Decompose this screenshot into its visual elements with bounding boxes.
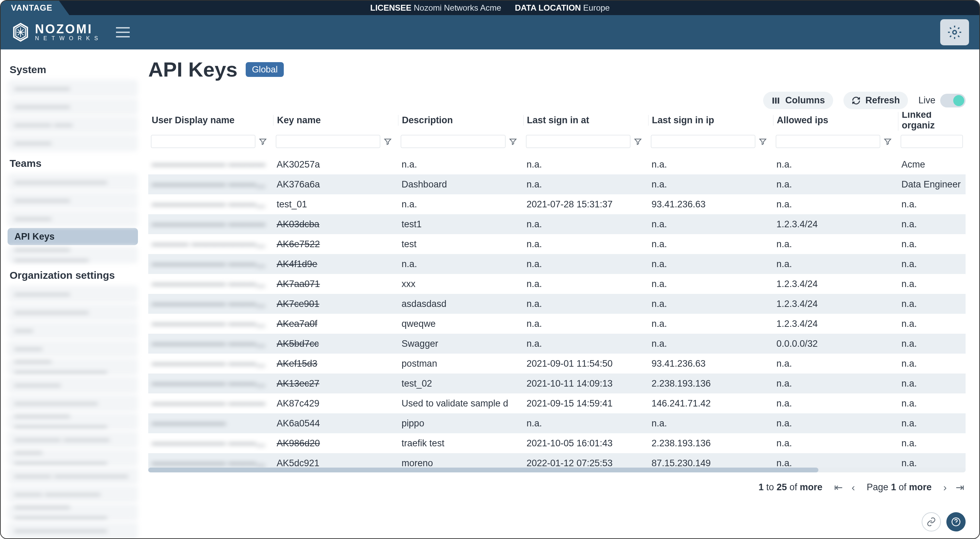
sidebar-item-blurred[interactable]: —————————— xyxy=(8,522,138,538)
sidebar-item-blurred[interactable]: ————— xyxy=(8,376,138,394)
cell: Swagger xyxy=(398,338,523,349)
sidebar-item-blurred[interactable]: —————— xyxy=(8,98,138,115)
link-button[interactable] xyxy=(922,512,941,531)
table-row[interactable]: ———————— ————————AK986d20traefik test202… xyxy=(148,433,966,453)
filter-input-desc[interactable] xyxy=(401,135,505,148)
table-row[interactable]: ———————— ————AK87c429Used to validate sa… xyxy=(148,394,966,413)
sidebar-item-blurred[interactable]: —————— xyxy=(8,80,138,97)
live-label: Live xyxy=(918,95,935,106)
table-row[interactable]: ———————— ——————————AK7aa071xxxn.a.n.a.1.… xyxy=(148,274,966,294)
filter-icon[interactable] xyxy=(259,137,267,145)
cell: 1.2.3.4/24 xyxy=(773,299,898,309)
sidebar-item-blurred[interactable]: ———— —————————— xyxy=(8,358,138,375)
table-row[interactable]: ———————— ————————test_01n.a.2021-07-28 1… xyxy=(148,194,966,214)
table-row[interactable]: ———————— ——————————AKea7a0fqweqwen.a.n.a… xyxy=(148,314,966,334)
help-button[interactable] xyxy=(947,512,966,531)
cell: postman xyxy=(398,359,523,369)
cell: n.a. xyxy=(898,299,966,309)
filter-icon[interactable] xyxy=(383,137,392,145)
table-row[interactable]: ———————— ————————AKef15d3postman2021-09-… xyxy=(148,354,966,373)
table-row[interactable]: ———————— ————————AK13ec27test_022021-10-… xyxy=(148,373,966,394)
columns-button[interactable]: Columns xyxy=(763,92,833,109)
range-more: more xyxy=(800,482,822,492)
col-header-linked[interactable]: Linked organiz xyxy=(898,112,966,131)
filter-icon[interactable] xyxy=(884,137,892,145)
col-header-key[interactable]: Key name xyxy=(273,115,398,126)
sidebar-item-blurred[interactable]: —— xyxy=(8,322,138,339)
cell: ———————— —————————— xyxy=(148,279,273,289)
cell: n.a. xyxy=(648,179,773,190)
sidebar-item-blurred[interactable]: ————————— xyxy=(8,394,138,411)
settings-gear-button[interactable] xyxy=(940,19,969,45)
page-prev-icon[interactable]: ‹ xyxy=(850,480,856,495)
scope-badge[interactable]: Global xyxy=(246,62,284,77)
refresh-button[interactable]: Refresh xyxy=(843,92,908,109)
sidebar-item-blurred[interactable]: —————— xyxy=(8,191,138,209)
col-header-description[interactable]: Description xyxy=(398,115,523,126)
sidebar-item-blurred[interactable]: ———— xyxy=(8,210,138,227)
sidebar-item-blurred[interactable]: ———— ———————— xyxy=(8,467,138,485)
sidebar-item-api-keys[interactable]: API Keys xyxy=(8,228,138,245)
page-first-icon[interactable]: ⇤ xyxy=(833,480,844,495)
live-toggle[interactable] xyxy=(940,94,966,107)
sidebar-item-blurred[interactable]: ———————— xyxy=(8,303,138,321)
cell: test_01 xyxy=(273,199,398,210)
sidebar-item-blurred[interactable]: ———— —— xyxy=(8,116,138,133)
cell: n.a. xyxy=(398,199,523,210)
sidebar-item-blurred[interactable]: —————— xyxy=(8,285,138,303)
col-header-ip[interactable]: Last sign in ip xyxy=(648,115,773,126)
cell: AK30257a xyxy=(273,159,398,170)
col-header-allowed[interactable]: Allowed ips xyxy=(773,115,898,126)
table-row[interactable]: ———————— ————————AK376a6aDashboardn.a.n.… xyxy=(148,174,966,194)
horizontal-scrollbar[interactable] xyxy=(148,467,966,472)
filter-input-allowed[interactable] xyxy=(776,135,880,148)
sidebar-item-blurred[interactable]: ——— xyxy=(8,340,138,357)
cell: 2022-01-12 07:25:53 xyxy=(523,458,648,469)
sidebar-item-blurred[interactable]: —————— —————————— xyxy=(8,504,138,521)
col-header-user[interactable]: User Display name xyxy=(148,115,273,126)
cell: n.a. xyxy=(898,378,966,389)
table-row[interactable]: ———————— ——————————AK5bd7ccSwaggern.a.n.… xyxy=(148,334,966,354)
cell: AK376a6a xyxy=(273,179,398,190)
table-row[interactable]: ———————— ————AK30257an.a.n.a.n.a.n.a.Acm… xyxy=(148,155,966,174)
cell: n.a. xyxy=(898,259,966,270)
range-to: 25 xyxy=(776,482,787,492)
cell: n.a. xyxy=(898,279,966,289)
cell: n.a. xyxy=(898,438,966,449)
sidebar-item-blurred[interactable]: —————————— xyxy=(8,173,138,191)
table-row[interactable]: ———— ——————————AK6e7522testn.a.n.a.n.a.n… xyxy=(148,234,966,254)
cell: n.a. xyxy=(898,418,966,429)
filter-icon[interactable] xyxy=(759,137,767,145)
page-next-icon[interactable]: › xyxy=(942,480,948,495)
cell: ———————— ———————— xyxy=(148,359,273,369)
table-row[interactable]: ———————— ——————————AK7ce901asdasdasdn.a.… xyxy=(148,294,966,314)
cell: AK87c429 xyxy=(273,398,398,409)
sidebar-item-blurred[interactable]: —————— —————————— xyxy=(8,413,138,430)
filter-input-signin[interactable] xyxy=(526,135,630,148)
sidebar-item-blurred[interactable]: ——— —————— xyxy=(8,485,138,502)
top-strip: VANTAGE LICENSEE Nozomi Networks Acme DA… xyxy=(1,1,979,15)
hamburger-menu-icon[interactable] xyxy=(116,27,130,37)
filter-input-linked[interactable] xyxy=(901,135,963,148)
sidebar-item-blurred[interactable]: —————— ———————— xyxy=(8,246,138,263)
cell: 93.41.236.63 xyxy=(648,359,773,369)
page-last-icon[interactable]: ⇥ xyxy=(954,480,966,495)
col-header-signin[interactable]: Last sign in at xyxy=(523,115,648,126)
filter-input-key[interactable] xyxy=(276,135,380,148)
columns-label: Columns xyxy=(785,95,825,106)
filter-input-ip[interactable] xyxy=(651,135,755,148)
table-row[interactable]: ———————— ————————AK4f1d9en.a.n.a.n.a.n.a… xyxy=(148,254,966,274)
table-row[interactable]: ————————AK6a0544pippon.a.n.a.n.a.n.a. xyxy=(148,413,966,433)
filter-icon[interactable] xyxy=(634,137,642,145)
sidebar-item-blurred[interactable]: ——— —————————— xyxy=(8,449,138,466)
sidebar-item-blurred[interactable]: ————— ————— xyxy=(8,431,138,448)
cell: n.a. xyxy=(898,219,966,230)
cell: AKef15d3 xyxy=(273,359,398,369)
logo[interactable]: NOZOMI NETWORKS xyxy=(11,23,102,42)
cell: 2021-07-28 15:31:37 xyxy=(523,199,648,210)
filter-input-user[interactable] xyxy=(151,135,255,148)
filter-icon[interactable] xyxy=(509,137,517,145)
table-row[interactable]: ———————— ————AK03dcbatest1n.a.n.a.1.2.3.… xyxy=(148,214,966,234)
page-num: 1 xyxy=(891,482,896,492)
sidebar-item-blurred[interactable]: ———— xyxy=(8,134,138,151)
